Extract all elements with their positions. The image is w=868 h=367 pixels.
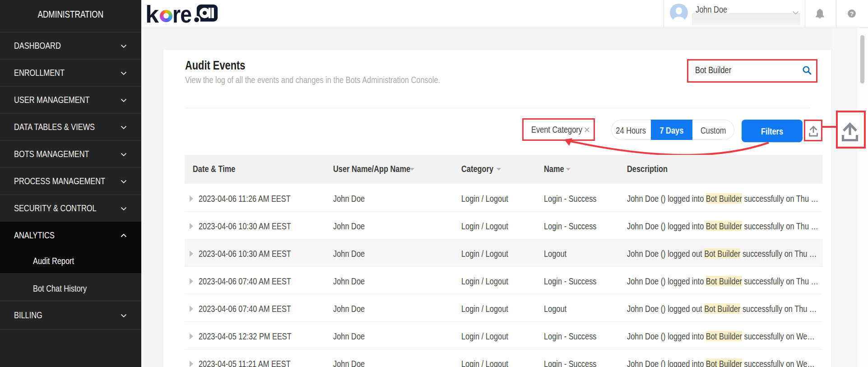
svg-text:?: ? bbox=[850, 10, 854, 17]
